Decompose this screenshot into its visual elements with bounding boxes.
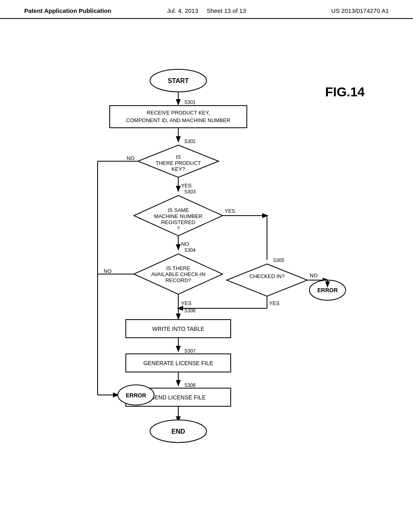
s308-text: SEND LICENSE FILE [151, 394, 206, 401]
s304-text2: AVAILABLE CHECK-IN [151, 271, 206, 277]
flowchart-diagram: START S301 RECEIVE PRODUCT KEY, COMPONEN… [65, 60, 348, 504]
s302-yes-label: YES [181, 183, 192, 189]
flowchart-svg: START S301 RECEIVE PRODUCT KEY, COMPONEN… [65, 60, 348, 504]
s308-label: S308 [184, 382, 196, 388]
s304-no-label: NO [104, 268, 112, 274]
svg-marker-11 [227, 264, 307, 296]
s307-label: S307 [184, 348, 196, 354]
header: Patent Application Publication Jul. 4, 2… [0, 0, 413, 19]
s303-yes-label: YES [225, 208, 235, 214]
s302-text3: KEY? [171, 166, 185, 172]
s304-text1: IS THERE [166, 265, 190, 271]
page: Patent Application Publication Jul. 4, 2… [0, 0, 413, 532]
s307-text: GENERATE LICENSE FILE [143, 360, 213, 366]
s305-label: S305 [273, 258, 284, 263]
s302-label: S302 [184, 139, 196, 144]
s304-yes-label: YES [181, 300, 192, 306]
s303-text2: MACHINE NUMBER [154, 213, 202, 219]
s301-text1: RECEIVE PRODUCT KEY, [147, 110, 210, 116]
s304-label: S304 [184, 247, 196, 253]
header-publication-label: Patent Application Publication [24, 7, 146, 14]
s303-no-label: NO [181, 241, 189, 247]
error1-label: ERROR [126, 392, 146, 399]
s305-no-label: NO [310, 272, 318, 278]
s303-text3: REGISTERED [161, 219, 196, 225]
s303-label: S303 [184, 189, 196, 195]
header-sheet: Sheet 13 of 13 [206, 7, 246, 14]
s301-text2: COMPONENT ID, AND MACHINE NUMBER [126, 117, 230, 123]
s303-text4: ? [177, 225, 179, 231]
svg-rect-2 [110, 106, 247, 128]
s304-text3: RECORD? [165, 277, 191, 283]
error2-label: ERROR [317, 287, 338, 293]
header-date-sheet: Jul. 4, 2013 Sheet 13 of 13 [146, 7, 267, 14]
s301-label: S301 [184, 100, 196, 105]
s302-text2: THERE PRODUCT [156, 160, 201, 166]
s306-text: WRITE INTO TABLE [152, 326, 204, 332]
s306-label: S306 [184, 308, 196, 314]
header-date: Jul. 4, 2013 [167, 7, 198, 14]
s302-no-label: NO [127, 155, 135, 161]
s302-text1: IS [176, 154, 181, 160]
start-label: START [168, 77, 189, 84]
end-label: END [171, 428, 185, 435]
s303-text1: IS SAME [168, 207, 189, 213]
header-patent-number: US 2013/0174270 A1 [267, 7, 389, 14]
s305-yes-label: YES [269, 300, 280, 306]
s305-text: CHECKED IN? [249, 273, 284, 279]
